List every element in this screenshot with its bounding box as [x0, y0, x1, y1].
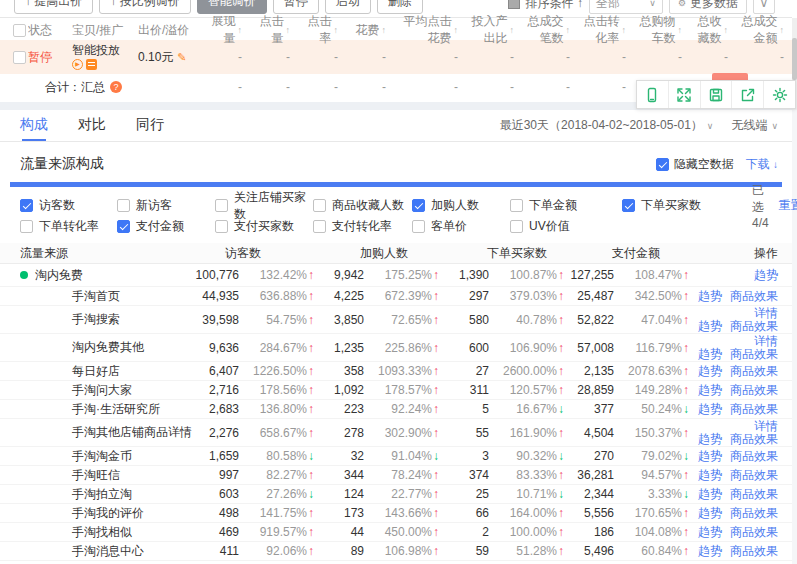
campaign-action-button[interactable]: 启动 [325, 0, 371, 14]
product-effect-link[interactable]: 商品效果 [730, 348, 778, 361]
product-effect-link[interactable]: 商品效果 [730, 526, 778, 539]
scrollbar-thumb[interactable] [792, 38, 797, 80]
trend-link[interactable]: 趋势 [698, 545, 722, 558]
play-icon[interactable]: ▶ [72, 59, 83, 70]
metric-checkbox-item[interactable]: 支付买家数 [215, 218, 313, 235]
tab-构成[interactable]: 构成 [20, 110, 48, 141]
select-all-checkbox[interactable] [13, 24, 26, 37]
sort-arrow-icon[interactable]: ↑ [286, 25, 291, 35]
metric-value: 5 [445, 402, 489, 416]
campaign-action-button[interactable]: 智能调价 [197, 0, 267, 14]
product-effect-link[interactable]: 商品效果 [730, 488, 778, 501]
product-effect-link[interactable]: 商品效果 [730, 450, 778, 463]
checkbox-unchecked[interactable] [20, 220, 33, 233]
campaign-action-button[interactable]: ↑ 提高出价 [14, 0, 93, 14]
sort-arrow-icon[interactable]: ↑ [238, 25, 243, 35]
date-range-selector[interactable]: 最近30天（2018-04-02~2018-05-01）∨ [500, 117, 714, 134]
overflow-menu-button[interactable]: ∨ [753, 0, 775, 14]
product-effect-link[interactable]: 商品效果 [730, 384, 778, 397]
checkbox-checked[interactable] [117, 220, 130, 233]
tab-对比[interactable]: 对比 [78, 110, 106, 141]
sort-arrow-icon[interactable]: ↑ [678, 25, 683, 35]
sort-dropdown[interactable]: 全部∨ [589, 0, 663, 14]
checkbox-unchecked[interactable] [412, 220, 425, 233]
trend-link[interactable]: 趋势 [698, 507, 722, 520]
checkbox-checked[interactable] [20, 199, 33, 212]
trend-link[interactable]: 趋势 [698, 526, 722, 539]
sort-arrow-icon[interactable]: ↑ [382, 25, 387, 35]
toolbar-button-settings[interactable] [763, 81, 795, 108]
checkbox-unchecked[interactable] [510, 199, 523, 212]
detail-link[interactable]: 详情 [754, 307, 778, 320]
checkbox-unchecked[interactable] [313, 220, 326, 233]
metric-checkbox-item[interactable]: UV价值 [510, 218, 622, 235]
metric-checkbox-item[interactable]: 新访客 [117, 197, 215, 214]
trend-link[interactable]: 趋势 [698, 320, 722, 333]
checkbox-unchecked[interactable] [117, 199, 130, 212]
metric-checkbox-item[interactable]: 支付转化率 [313, 218, 412, 235]
product-effect-link[interactable]: 商品效果 [730, 403, 778, 416]
product-effect-link[interactable]: 商品效果 [730, 469, 778, 482]
sort-arrow-icon[interactable]: ↑ [724, 25, 729, 35]
campaign-action-button[interactable]: 暂停 [273, 0, 319, 14]
checkbox-unchecked[interactable] [313, 199, 326, 212]
metric-value: 498 [195, 506, 239, 520]
toolbar-button-mobile-preview[interactable] [637, 81, 668, 108]
checkbox-unchecked[interactable] [215, 199, 228, 212]
trend-link[interactable]: 趋势 [698, 290, 722, 303]
terminal-selector[interactable]: 无线端∨ [731, 117, 778, 134]
metric-checkbox-item[interactable]: 客单价 [412, 218, 510, 235]
hide-empty-checkbox[interactable] [656, 158, 669, 171]
edit-bid-icon[interactable]: ✎ [177, 51, 186, 64]
toolbar-button-fullscreen[interactable] [668, 81, 700, 108]
metric-checkbox-item[interactable]: 商品收藏人数 [313, 197, 412, 214]
product-effect-link[interactable]: 商品效果 [730, 365, 778, 378]
checkbox-unchecked[interactable] [510, 220, 523, 233]
more-data-button[interactable]: ⚙更多数据 [669, 0, 747, 14]
sort-arrow-icon[interactable]: ↑ [780, 25, 785, 35]
campaign-action-button[interactable]: 删除 [377, 0, 423, 14]
trend-link[interactable]: 趋势 [698, 450, 722, 463]
sort-arrow-icon[interactable]: ↑ [566, 25, 571, 35]
sort-arrow-icon[interactable]: ↑ [510, 25, 515, 35]
toolbar-button-save[interactable] [700, 81, 732, 108]
trend-link[interactable]: 趋势 [698, 488, 722, 501]
download-link[interactable]: 下载 ↓ [746, 156, 778, 173]
detail-link[interactable]: 详情 [754, 420, 778, 433]
product-effect-link[interactable]: 商品效果 [730, 290, 778, 303]
trend-link[interactable]: 趋势 [698, 403, 722, 416]
campaign-action-button[interactable]: ↑ 按比例调价 [99, 0, 190, 14]
row-checkbox[interactable] [13, 51, 26, 64]
metric-checkbox-item[interactable]: 加购人数 [412, 197, 510, 214]
tab-同行[interactable]: 同行 [136, 110, 164, 141]
trend-link[interactable]: 趋势 [698, 365, 722, 378]
product-effect-link[interactable]: 商品效果 [730, 433, 778, 446]
promo-icon[interactable] [86, 59, 97, 70]
trend-link[interactable]: 趋势 [698, 348, 722, 361]
arrow-up-icon: ↑ [558, 506, 570, 520]
metric-checkbox-item[interactable]: 访客数 [20, 197, 117, 214]
product-effect-link[interactable]: 商品效果 [730, 320, 778, 333]
checkbox-unchecked[interactable] [215, 220, 228, 233]
help-icon[interactable]: ? [110, 81, 122, 93]
trend-link[interactable]: 趋势 [698, 433, 722, 446]
checkbox-checked[interactable] [412, 199, 425, 212]
checkbox-checked[interactable] [622, 199, 635, 212]
detail-link[interactable]: 详情 [754, 335, 778, 348]
metric-checkbox-item[interactable]: 下单买家数 [622, 197, 752, 214]
hide-empty-toggle[interactable]: 隐藏空数据 [656, 156, 734, 173]
trend-link[interactable]: 趋势 [698, 469, 722, 482]
product-effect-link[interactable]: 商品效果 [730, 545, 778, 558]
campaign-name[interactable]: 智能投放 [72, 44, 120, 57]
sort-arrow-icon[interactable]: ↑ [454, 25, 459, 35]
sort-arrow-icon[interactable]: ↑ [334, 25, 339, 35]
metric-checkbox-item[interactable]: 下单转化率 [20, 218, 117, 235]
toolbar-button-share[interactable] [731, 81, 763, 108]
metric-checkbox-item[interactable]: 支付金额 [117, 218, 215, 235]
product-effect-link[interactable]: 商品效果 [730, 507, 778, 520]
sort-arrow-icon[interactable]: ↑ [622, 25, 627, 35]
trend-link[interactable]: 趋势 [698, 384, 722, 397]
trend-link[interactable]: 趋势 [754, 269, 778, 282]
metric-checkbox-item[interactable]: 下单金额 [510, 197, 622, 214]
reset-link[interactable]: 重置 [779, 197, 797, 214]
